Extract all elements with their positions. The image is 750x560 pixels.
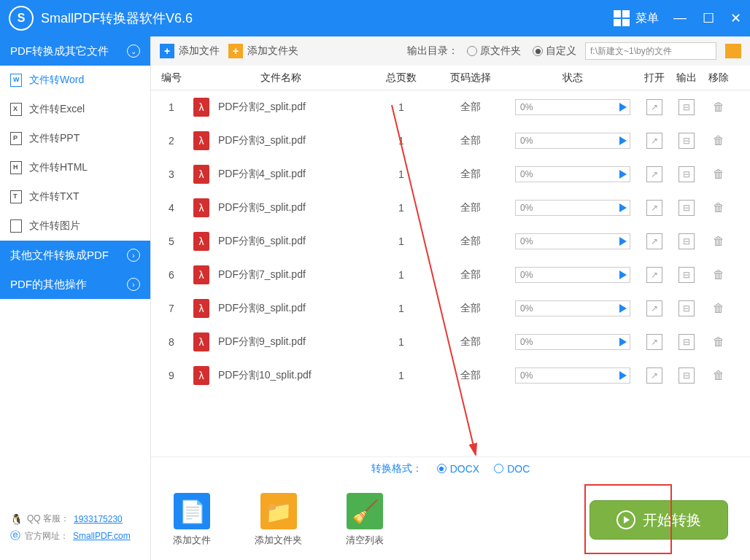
radio-same-folder[interactable]: 原文件夹 xyxy=(467,44,521,58)
row-range[interactable]: 全部 xyxy=(434,335,507,349)
play-icon xyxy=(619,271,627,279)
add-folder-label: 添加文件夹 xyxy=(247,44,298,58)
open-button[interactable]: ↗ xyxy=(646,99,662,115)
sidebar-footer: 🐧 QQ 客服： 1933175230 ⓔ 官方网址： SmallPDF.com xyxy=(0,504,150,560)
delete-button[interactable]: 🗑 xyxy=(713,335,724,348)
output-button[interactable]: ⊟ xyxy=(679,166,695,182)
format-bar: 转换格式： DOCX DOC xyxy=(151,456,750,480)
sidebar-item[interactable]: 文件转Word xyxy=(0,66,150,95)
row-range[interactable]: 全部 xyxy=(434,268,507,281)
output-button[interactable]: ⊟ xyxy=(679,267,695,283)
row-range[interactable]: 全部 xyxy=(434,369,507,382)
progress-bar[interactable]: 0% xyxy=(515,133,630,149)
table-row[interactable]: 5 PDF分割6_split.pdf 1 全部 0% ↗ ⊟ 🗑 xyxy=(151,225,750,258)
progress-text: 0% xyxy=(520,102,533,112)
table-row[interactable]: 6 PDF分割7_split.pdf 1 全部 0% ↗ ⊟ 🗑 xyxy=(151,258,750,292)
big-btn-label: 清空列表 xyxy=(346,534,384,547)
open-button[interactable]: ↗ xyxy=(646,166,662,182)
row-num: 4 xyxy=(157,202,186,214)
open-button[interactable]: ↗ xyxy=(646,233,662,249)
table-row[interactable]: 1 PDF分割2_split.pdf 1 全部 0% ↗ ⊟ 🗑 xyxy=(151,90,750,124)
progress-bar[interactable]: 0% xyxy=(515,99,630,115)
table-row[interactable]: 2 PDF分割3_split.pdf 1 全部 0% ↗ ⊟ 🗑 xyxy=(151,124,750,158)
start-label: 开始转换 xyxy=(643,510,701,530)
add-file-button[interactable]: + 添加文件 xyxy=(160,44,220,58)
row-status: 0% xyxy=(507,233,638,249)
row-range[interactable]: 全部 xyxy=(434,201,507,214)
row-pages: 1 xyxy=(368,101,434,113)
format-doc[interactable]: DOC xyxy=(494,463,530,475)
row-range[interactable]: 全部 xyxy=(434,235,507,248)
sidebar-section-other-to-pdf[interactable]: 其他文件转换成PDF › xyxy=(0,241,150,270)
sidebar-section-pdf-other-ops[interactable]: PDF的其他操作 › xyxy=(0,270,150,299)
table-row[interactable]: 8 PDF分割9_split.pdf 1 全部 0% ↗ ⊟ 🗑 xyxy=(151,325,750,359)
progress-bar[interactable]: 0% xyxy=(515,267,630,283)
open-button[interactable]: ↗ xyxy=(646,368,662,384)
row-pages: 1 xyxy=(368,269,434,281)
output-button[interactable]: ⊟ xyxy=(679,334,695,350)
delete-button[interactable]: 🗑 xyxy=(713,134,724,147)
browse-folder-button[interactable] xyxy=(725,44,741,58)
output-button[interactable]: ⊟ xyxy=(679,368,695,384)
table-row[interactable]: 7 PDF分割8_split.pdf 1 全部 0% ↗ ⊟ 🗑 xyxy=(151,292,750,325)
row-range[interactable]: 全部 xyxy=(434,134,507,147)
sidebar-section-pdf-to-other[interactable]: PDF转换成其它文件 ⌄ xyxy=(0,36,150,66)
open-button[interactable]: ↗ xyxy=(646,133,662,149)
titlebar: S SmallPDF转换器软件V6.6 菜单 — ☐ ✕ xyxy=(0,0,750,36)
progress-bar[interactable]: 0% xyxy=(515,368,630,384)
maximize-button[interactable]: ☐ xyxy=(703,10,714,26)
delete-button[interactable]: 🗑 xyxy=(713,201,724,214)
col-del: 移除 xyxy=(703,71,735,85)
delete-button[interactable]: 🗑 xyxy=(713,268,724,281)
output-button[interactable]: ⊟ xyxy=(679,99,695,115)
delete-button[interactable]: 🗑 xyxy=(713,302,724,314)
table-row[interactable]: 9 PDF分割10_split.pdf 1 全部 0% ↗ ⊟ 🗑 xyxy=(151,359,750,392)
output-button[interactable]: ⊟ xyxy=(679,133,695,149)
close-button[interactable]: ✕ xyxy=(730,10,741,26)
big-add-file-button[interactable]: 📄 添加文件 xyxy=(173,493,211,547)
delete-button[interactable]: 🗑 xyxy=(713,101,724,113)
qq-link[interactable]: 1933175230 xyxy=(74,514,123,524)
open-button[interactable]: ↗ xyxy=(646,300,662,316)
sidebar-item[interactable]: 文件转图片 xyxy=(0,211,150,241)
delete-button[interactable]: 🗑 xyxy=(713,168,724,180)
sidebar-item[interactable]: 文件转PPT xyxy=(0,124,150,153)
open-button[interactable]: ↗ xyxy=(646,334,662,350)
pdf-icon xyxy=(193,265,209,284)
progress-bar[interactable]: 0% xyxy=(515,233,630,249)
clear-list-button[interactable]: 🧹 清空列表 xyxy=(346,493,384,547)
output-button[interactable]: ⊟ xyxy=(679,200,695,216)
site-label: 官方网址： xyxy=(25,530,69,542)
row-name-cell: PDF分割8_split.pdf xyxy=(186,299,368,318)
output-path-input[interactable] xyxy=(585,42,716,60)
sidebar-item[interactable]: 文件转Excel xyxy=(0,95,150,124)
start-convert-button[interactable]: 开始转换 xyxy=(589,500,728,540)
delete-button[interactable]: 🗑 xyxy=(713,369,724,381)
progress-bar[interactable]: 0% xyxy=(515,200,630,216)
progress-bar[interactable]: 0% xyxy=(515,334,630,350)
progress-text: 0% xyxy=(520,169,533,179)
table-row[interactable]: 3 PDF分割4_split.pdf 1 全部 0% ↗ ⊟ 🗑 xyxy=(151,158,750,191)
output-button[interactable]: ⊟ xyxy=(679,300,695,316)
row-range[interactable]: 全部 xyxy=(434,168,507,181)
sidebar-item[interactable]: 文件转TXT xyxy=(0,182,150,211)
menu-button[interactable]: 菜单 xyxy=(614,10,659,26)
row-range[interactable]: 全部 xyxy=(434,302,507,315)
minimize-button[interactable]: — xyxy=(673,10,687,26)
open-button[interactable]: ↗ xyxy=(646,267,662,283)
progress-bar[interactable]: 0% xyxy=(515,166,630,182)
output-button[interactable]: ⊟ xyxy=(679,233,695,249)
sidebar-item[interactable]: 文件转HTML xyxy=(0,153,150,182)
row-pages: 1 xyxy=(368,303,434,314)
progress-bar[interactable]: 0% xyxy=(515,300,630,316)
big-add-folder-button[interactable]: 📁 添加文件夹 xyxy=(255,493,302,547)
window-controls: — ☐ ✕ xyxy=(673,10,741,26)
format-docx[interactable]: DOCX xyxy=(437,463,479,475)
row-range[interactable]: 全部 xyxy=(434,101,507,114)
add-folder-button[interactable]: + 添加文件夹 xyxy=(228,44,298,58)
open-button[interactable]: ↗ xyxy=(646,200,662,216)
delete-button[interactable]: 🗑 xyxy=(713,235,724,247)
radio-custom-folder[interactable]: 自定义 xyxy=(533,44,576,58)
table-row[interactable]: 4 PDF分割5_split.pdf 1 全部 0% ↗ ⊟ 🗑 xyxy=(151,191,750,225)
site-link[interactable]: SmallPDF.com xyxy=(73,531,131,541)
